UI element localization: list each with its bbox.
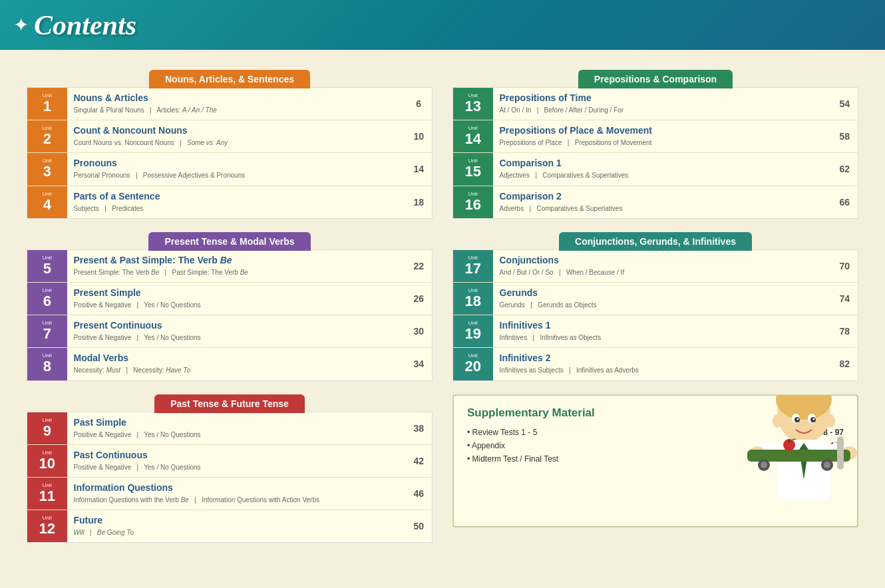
- unit-number-cell: Unit 11: [27, 477, 67, 510]
- section-nouns-tab: Nouns, Articles, & Sentences: [27, 70, 433, 88]
- past-tense-table: Unit 9 Past Simple Positive & Negative |…: [27, 412, 433, 543]
- page-number: 34: [406, 348, 433, 380]
- svg-point-17: [797, 418, 799, 420]
- lesson-desc-cell: Present & Past Simple: The Verb Be Prese…: [67, 249, 406, 282]
- page-number: 14: [406, 153, 433, 186]
- page-number: 42: [406, 444, 433, 477]
- section-past-tab: Past Tense & Future Tense: [27, 394, 433, 413]
- svg-point-11: [761, 462, 767, 468]
- table-row: Unit 16 Comparison 2 Adverbs | Comparati…: [453, 186, 858, 218]
- page-number: 46: [406, 477, 433, 510]
- svg-rect-23: [837, 436, 844, 470]
- lesson-desc-cell: Gerunds Gerunds | Gerunds as Objects: [493, 282, 832, 315]
- page-number: 10: [406, 120, 433, 153]
- header: ✦ Contents: [0, 0, 885, 50]
- unit-number-cell: Unit 5: [27, 249, 67, 282]
- lesson-desc-cell: Prepositions of Time At / On / In | Befo…: [493, 88, 832, 120]
- table-row: Unit 18 Gerunds Gerunds | Gerunds as Obj…: [453, 282, 858, 315]
- nouns-table: Unit 1 Nouns & Articles Singular & Plura…: [27, 87, 433, 219]
- lesson-desc-cell: Present Simple Positive & Negative | Yes…: [67, 282, 406, 315]
- table-row: Unit 11 Information Questions Informatio…: [27, 477, 433, 510]
- table-row: Unit 17 Conjunctions And / But / Or / So…: [453, 249, 858, 282]
- page-number: 82: [832, 348, 858, 380]
- page-number: 22: [406, 249, 433, 282]
- unit-number-cell: Unit 13: [453, 88, 493, 120]
- star-icon: ✦: [13, 14, 29, 36]
- supplementary-box: Supplementary Material • Review Tests 1 …: [452, 394, 858, 527]
- lesson-desc-cell: Comparison 1 Adjectives | Comparatives &…: [493, 153, 832, 186]
- supplementary-item-text: • Midterm Test / Final Test: [467, 454, 558, 464]
- section-nouns: Nouns, Articles, & Sentences Unit 1 Noun…: [27, 70, 433, 219]
- page-number: 54: [832, 88, 858, 120]
- unit-number-cell: Unit 20: [453, 348, 493, 380]
- lesson-desc-cell: Nouns & Articles Singular & Plural Nouns…: [67, 88, 406, 120]
- table-row: Unit 12 Future Will | Be Going To 50: [27, 510, 433, 543]
- lesson-desc-cell: Prepositions of Place & Movement Preposi…: [493, 120, 832, 153]
- svg-point-19: [773, 414, 782, 428]
- lesson-desc-cell: Infinitives 1 Infinitives | Infinitives …: [493, 315, 832, 348]
- page-number: 70: [832, 249, 858, 282]
- lesson-desc-cell: Infinitives 2 Infinitives as Subjects | …: [493, 348, 832, 380]
- lesson-desc-cell: Present Continuous Positive & Negative |…: [67, 315, 406, 348]
- page-number: 30: [406, 315, 433, 348]
- section-conjunctions-tab: Conjunctions, Gerunds, & Infinitives: [452, 232, 858, 251]
- page-number: 50: [406, 510, 433, 543]
- section-past-tab-label: Past Tense & Future Tense: [154, 394, 305, 413]
- lesson-desc-cell: Past Continuous Positive & Negative | Ye…: [67, 444, 406, 477]
- table-row: Unit 4 Parts of a Sentence Subjects | Pr…: [27, 186, 433, 218]
- table-row: Unit 13 Prepositions of Time At / On / I…: [453, 88, 858, 120]
- lesson-desc-cell: Information Questions Information Questi…: [67, 477, 406, 510]
- table-row: Unit 1 Nouns & Articles Singular & Plura…: [27, 88, 433, 120]
- table-row: Unit 19 Infinitives 1 Infinitives | Infi…: [453, 315, 858, 348]
- page-number: 26: [406, 282, 433, 315]
- page-number: 78: [832, 315, 858, 348]
- lesson-desc-cell: Conjunctions And / But / Or / So | When …: [493, 249, 832, 282]
- table-row: Unit 15 Comparison 1 Adjectives | Compar…: [453, 153, 858, 186]
- svg-point-20: [826, 414, 835, 428]
- table-row: Unit 7 Present Continuous Positive & Neg…: [27, 315, 433, 348]
- unit-number-cell: Unit 12: [27, 510, 67, 543]
- table-row: Unit 20 Infinitives 2 Infinitives as Sub…: [453, 348, 858, 380]
- unit-number-cell: Unit 8: [27, 348, 67, 380]
- page-number: 38: [406, 412, 433, 444]
- table-row: Unit 9 Past Simple Positive & Negative |…: [27, 412, 433, 444]
- svg-point-18: [813, 418, 815, 420]
- section-prepositions: Prepositions & Comparison Unit 13 Prepos…: [452, 70, 858, 219]
- page-title: Contents: [34, 9, 136, 41]
- unit-number-cell: Unit 14: [453, 120, 493, 153]
- lesson-desc-cell: Parts of a Sentence Subjects | Predicate…: [67, 186, 406, 218]
- section-prepositions-tab: Prepositions & Comparison: [452, 70, 858, 88]
- unit-number-cell: Unit 1: [27, 88, 67, 120]
- section-present-tab: Present Tense & Modal Verbs: [27, 232, 433, 251]
- unit-number-cell: Unit 10: [27, 444, 67, 477]
- lesson-desc-cell: Future Will | Be Going To: [67, 510, 406, 543]
- page-number: 18: [406, 186, 433, 218]
- table-row: Unit 8 Modal Verbs Necessity: Must | Nec…: [27, 348, 433, 380]
- table-row: Unit 5 Present & Past Simple: The Verb B…: [27, 249, 433, 282]
- unit-number-cell: Unit 19: [453, 315, 493, 348]
- lesson-desc-cell: Modal Verbs Necessity: Must | Necessity:…: [67, 348, 406, 380]
- unit-number-cell: Unit 3: [27, 153, 67, 186]
- supplementary-item-text: • Appendix: [467, 441, 505, 450]
- svg-point-12: [824, 462, 830, 468]
- section-present-tense: Present Tense & Modal Verbs Unit 5 Prese…: [27, 232, 433, 381]
- section-conjunctions: Conjunctions, Gerunds, & Infinitives Uni…: [452, 232, 858, 381]
- section-prepositions-tab-label: Prepositions & Comparison: [578, 70, 733, 88]
- page-number: 74: [832, 282, 858, 315]
- section-present-tab-label: Present Tense & Modal Verbs: [148, 232, 310, 251]
- table-row: Unit 14 Prepositions of Place & Movement…: [453, 120, 858, 153]
- unit-number-cell: Unit 15: [453, 153, 493, 186]
- unit-number-cell: Unit 6: [27, 282, 67, 315]
- section-conjunctions-tab-label: Conjunctions, Gerunds, & Infinitives: [559, 232, 752, 251]
- page-number: 58: [832, 120, 858, 153]
- prepositions-table: Unit 13 Prepositions of Time At / On / I…: [452, 87, 858, 219]
- supplementary-item-text: • Review Tests 1 - 5: [467, 428, 537, 437]
- unit-number-cell: Unit 16: [453, 186, 493, 218]
- table-row: Unit 3 Pronouns Personal Pronouns | Poss…: [27, 153, 433, 186]
- unit-number-cell: Unit 2: [27, 120, 67, 153]
- table-row: Unit 2 Count & Noncount Nouns Count Noun…: [27, 120, 433, 153]
- present-tense-table: Unit 5 Present & Past Simple: The Verb B…: [27, 249, 433, 381]
- lesson-desc-cell: Pronouns Personal Pronouns | Possessive …: [67, 153, 406, 186]
- lesson-desc-cell: Comparison 2 Adverbs | Comparatives & Su…: [493, 186, 832, 218]
- page-number: 6: [406, 88, 433, 120]
